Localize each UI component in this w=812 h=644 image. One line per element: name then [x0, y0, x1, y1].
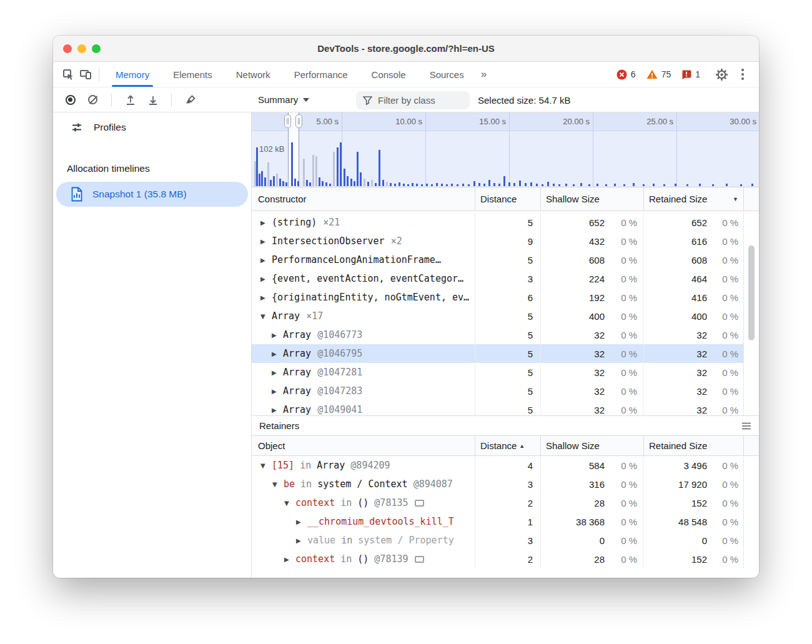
constructor-row[interactable]: ▶ Array @1046773 5 320 % 320 % — [252, 325, 759, 344]
retainer-in-word: in — [300, 478, 312, 490]
column-header-distance[interactable]: Distance ▲ — [475, 436, 540, 455]
constructor-row[interactable]: ▶ Array @1049041 5 320 % 320 % — [252, 400, 759, 415]
tab-elements[interactable]: Elements — [169, 62, 216, 87]
function-location-icon[interactable] — [415, 500, 424, 507]
column-header-distance[interactable]: Distance — [475, 187, 540, 211]
warning-badge[interactable]: 75 — [646, 69, 671, 79]
settings-gear-icon[interactable] — [713, 66, 730, 83]
warning-icon — [646, 69, 658, 79]
expander-icon[interactable]: ▼ — [284, 500, 295, 507]
column-header-constructor[interactable]: Constructor — [252, 187, 475, 211]
allocation-timeline-overview[interactable]: 5.00 s 10.00 s 15.00 s 20.00 s 25.00 s 3… — [252, 112, 759, 187]
expander-icon[interactable]: ▶ — [296, 537, 307, 544]
retainer-object-id: @78135 — [374, 497, 408, 508]
tab-memory[interactable]: Memory — [112, 62, 153, 87]
class-filter-input[interactable] — [378, 95, 462, 106]
object-cell: ▼ context in () @78135 — [252, 493, 475, 512]
expander-icon[interactable]: ▶ — [272, 407, 283, 414]
save-profile-button[interactable] — [144, 91, 161, 108]
delete-profile-button[interactable] — [182, 91, 199, 108]
error-badge[interactable]: 6 — [616, 69, 636, 80]
expander-icon[interactable]: ▶ — [272, 350, 283, 357]
menu-kebab-icon[interactable] — [734, 66, 751, 83]
timeline-bar — [483, 184, 485, 186]
column-header-retained-size[interactable]: Retained Size — [643, 436, 743, 455]
column-header-retained-size[interactable]: Retained Size ▼ — [643, 187, 743, 211]
expander-icon[interactable]: ▶ — [260, 219, 272, 226]
constructor-row[interactable]: ▶ (string) ×21 5 6520 % 6520 % — [252, 213, 759, 232]
timeline-bar — [379, 150, 380, 186]
constructor-row[interactable]: ▶ {event, eventAction, eventCategor… 3 2… — [252, 269, 759, 288]
retainer-row[interactable]: ▶ __chromium_devtools_kill_T 1 38 3680 %… — [252, 512, 759, 531]
retained-size-cell: 3 4960 % — [643, 456, 743, 475]
expander-icon[interactable]: ▶ — [272, 369, 283, 376]
object-cell: ▼ [15] in Array @894209 — [252, 456, 475, 475]
expander-icon[interactable]: ▶ — [260, 257, 272, 264]
record-heap-button[interactable] — [62, 91, 79, 108]
constructor-suffix: ×17 — [306, 310, 323, 322]
constructor-row[interactable]: ▶ IntersectionObserver ×2 9 4320 % 6160 … — [252, 232, 759, 250]
expander-icon[interactable]: ▼ — [260, 462, 272, 469]
close-button[interactable] — [63, 44, 72, 53]
constructor-row[interactable]: ▶ PerformanceLongAnimationFrame… 5 6080 … — [252, 250, 759, 269]
selection-handle-left[interactable] — [284, 114, 291, 128]
column-header-shallow-size[interactable]: Shallow Size — [540, 187, 643, 211]
expander-icon[interactable]: ▶ — [260, 275, 272, 282]
scroll-gutter — [743, 344, 759, 363]
clear-profiles-button[interactable] — [84, 91, 101, 108]
tab-performance[interactable]: Performance — [290, 62, 352, 87]
retainer-row[interactable]: ▼ context in () @78135 2 280 % 1520 % — [252, 493, 759, 512]
constructor-row[interactable]: ▶ Array @1047281 5 320 % 320 % — [252, 363, 759, 382]
retainers-menu-icon[interactable] — [741, 422, 751, 430]
function-location-icon[interactable] — [415, 556, 424, 563]
shallow-size-cell: 320 % — [540, 382, 643, 400]
retainer-row[interactable]: ▼ be in system / Context @894087 3 3160 … — [252, 475, 759, 493]
expander-icon[interactable]: ▶ — [260, 238, 272, 245]
distance-cell: 5 — [475, 213, 540, 232]
retainer-object-id: @78139 — [374, 553, 408, 565]
retainers-titlebar: Retainers — [252, 415, 759, 436]
constructor-row[interactable]: ▼ Array ×17 5 4000 % 4000 % — [252, 307, 759, 325]
titlebar[interactable]: DevTools - store.google.com/?hl=en-US — [53, 36, 759, 62]
retainer-row[interactable]: ▶ context in () @78139 2 280 % 1520 % — [252, 550, 759, 568]
distance-cell: 2 — [475, 493, 540, 512]
more-tabs-button[interactable]: » — [478, 62, 489, 87]
constructor-name: Array — [283, 404, 311, 415]
timeline-bar — [675, 184, 676, 186]
expander-icon[interactable]: ▶ — [284, 556, 295, 563]
expander-icon[interactable]: ▶ — [272, 332, 283, 339]
distance-cell: 1 — [475, 512, 540, 531]
issues-badge[interactable]: 1 — [681, 69, 700, 79]
tab-console[interactable]: Console — [368, 62, 410, 87]
tab-sources[interactable]: Sources — [426, 62, 468, 87]
zoom-button[interactable] — [92, 44, 101, 53]
constructor-cell: ▶ {event, eventAction, eventCategor… — [252, 269, 475, 288]
expander-icon[interactable]: ▼ — [260, 313, 272, 320]
class-filter[interactable] — [356, 91, 470, 109]
expander-icon[interactable]: ▶ — [260, 294, 272, 301]
selection-handle-right[interactable] — [295, 114, 302, 128]
expander-icon[interactable]: ▼ — [272, 481, 284, 488]
constructor-row[interactable]: ▶ Array @1047283 5 320 % 320 % — [252, 382, 759, 400]
device-toolbar-icon[interactable] — [77, 66, 94, 83]
expander-icon[interactable]: ▶ — [272, 388, 283, 395]
snapshot-item[interactable]: Snapshot 1 (35.8 MB) — [56, 182, 248, 207]
load-profile-button[interactable] — [122, 91, 139, 108]
timeline-bar — [614, 184, 616, 186]
tab-network[interactable]: Network — [232, 62, 274, 87]
inspect-icon[interactable] — [59, 66, 77, 83]
profile-view-select[interactable]: Summary — [258, 87, 309, 112]
expander-icon[interactable]: ▶ — [296, 518, 307, 525]
retainer-row[interactable]: ▶ value in system / Property 3 00 % 00 % — [252, 531, 759, 550]
retainer-row[interactable]: ▼ [15] in Array @894209 4 5840 % 3 4960 … — [252, 456, 759, 475]
vertical-scrollbar-thumb[interactable] — [748, 245, 755, 340]
memory-toolbar: Summary Selected size: 54.7 kB — [53, 87, 759, 112]
shallow-size-cell: 00 % — [540, 531, 643, 550]
column-header-object[interactable]: Object — [252, 436, 475, 455]
constructor-row[interactable]: ▶ Array @1046795 5 320 % 320 % — [252, 344, 759, 363]
constructor-cell: ▶ Array @1049041 — [252, 400, 475, 415]
minimize-button[interactable] — [77, 44, 86, 53]
constructor-row[interactable]: ▶ {originatingEntity, noGtmEvent, ev… 6 … — [252, 288, 759, 307]
timeline-bar — [712, 184, 714, 186]
column-header-shallow-size[interactable]: Shallow Size — [540, 436, 643, 455]
